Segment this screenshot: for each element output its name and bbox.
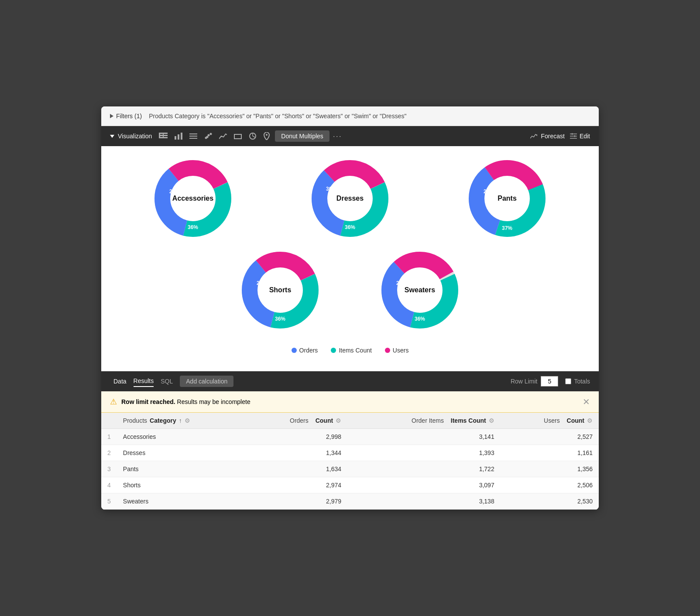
legend-orders-dot: [292, 348, 297, 353]
legend-orders-label: Orders: [299, 347, 318, 354]
row-users: 1,161: [501, 445, 599, 461]
svg-text:36%: 36%: [345, 224, 355, 230]
row-num: 3: [101, 461, 117, 477]
svg-text:35%: 35%: [200, 188, 210, 195]
viz-toolbar: Visualization: [101, 126, 599, 146]
users-gear-icon[interactable]: ⚙: [587, 417, 593, 424]
add-calculation-button[interactable]: Add calculation: [180, 376, 233, 387]
main-card: Filters (1) Products Category is "Access…: [101, 106, 599, 510]
viz-chevron-icon: [110, 135, 114, 138]
row-limit-input[interactable]: [541, 376, 558, 387]
row-items: 3,141: [347, 429, 501, 445]
data-toggle[interactable]: Data: [110, 378, 127, 385]
th-products-pre: Products: [123, 417, 147, 424]
data-toolbar: Data Results SQL Add calculation Row Lim…: [101, 371, 599, 391]
svg-text:36%: 36%: [275, 316, 285, 322]
viz-label: Visualization: [118, 133, 152, 140]
warning-bar: ⚠ Row limit reached. Results may be inco…: [101, 391, 599, 413]
row-limit-section: Row Limit: [511, 376, 558, 387]
data-table-wrapper: Products Category ↑ ⚙ Orders Count ⚙: [101, 413, 599, 510]
legend-users-label: Users: [393, 347, 409, 354]
svg-rect-4: [163, 133, 164, 138]
row-category: Dresses: [117, 445, 245, 461]
sort-icon[interactable]: ↑: [179, 417, 182, 424]
filter-text: Products Category is "Accessories" or "P…: [149, 113, 406, 120]
table-row: 1 Accessories 2,998 3,141 2,527: [101, 429, 599, 445]
donut-sweaters: 34% 36% 29% Sweaters: [376, 246, 463, 334]
table-header-orders: Orders Count ⚙: [245, 413, 347, 429]
row-items: 3,097: [347, 477, 501, 493]
svg-rect-8: [189, 133, 197, 134]
donut-accessories: 35% 36% 29% Accessories: [119, 155, 267, 242]
filter-toggle[interactable]: Filters (1): [110, 113, 142, 120]
line-chart-icon-button[interactable]: [217, 131, 229, 141]
chart-area: 35% 36% 29% Accessories 34%: [101, 146, 599, 371]
edit-button[interactable]: Edit: [570, 133, 590, 140]
scatter-icon-button[interactable]: [202, 131, 214, 141]
lines-icon-button[interactable]: [188, 131, 199, 141]
legend-orders: Orders: [292, 347, 318, 354]
warning-content: ⚠ Row limit reached. Results may be inco…: [110, 397, 250, 407]
totals-checkbox[interactable]: [565, 378, 571, 384]
row-orders: 2,974: [245, 477, 347, 493]
active-viz-label: Donut Multiples: [275, 130, 329, 142]
items-gear-icon[interactable]: ⚙: [489, 417, 494, 424]
more-options-icon[interactable]: ···: [333, 132, 342, 141]
row-category: Pants: [117, 461, 245, 477]
svg-text:35%: 35%: [514, 188, 525, 195]
filter-toggle-label: Filters (1): [116, 113, 142, 120]
table-row: 3 Pants 1,634 1,722 1,356: [101, 461, 599, 477]
svg-point-27: [171, 176, 215, 221]
table-header-items: Order Items Items Count ⚙: [347, 413, 501, 429]
category-gear-icon[interactable]: ⚙: [185, 417, 190, 424]
th-orders-pre: Orders: [290, 417, 309, 424]
table-header-category: Products Category ↑ ⚙: [117, 413, 245, 429]
row-users: 1,356: [501, 461, 599, 477]
row-category: Sweaters: [117, 493, 245, 510]
th-orders-bold: Count: [316, 417, 333, 424]
orders-gear-icon[interactable]: ⚙: [336, 417, 341, 424]
table-header-users: Users Count ⚙: [501, 413, 599, 429]
bar-chart-icon-button[interactable]: [173, 131, 184, 141]
svg-text:34%: 34%: [427, 280, 437, 286]
row-users: 2,527: [501, 429, 599, 445]
svg-rect-10: [189, 138, 197, 139]
row-items: 1,722: [347, 461, 501, 477]
svg-rect-5: [175, 136, 176, 140]
pie-icon-button[interactable]: [247, 131, 258, 141]
row-num: 4: [101, 477, 117, 493]
area-chart-icon-button[interactable]: [232, 131, 244, 141]
row-category: Shorts: [117, 477, 245, 493]
row-users: 2,530: [501, 493, 599, 510]
warning-bold: Row limit reached.: [121, 398, 175, 405]
chart-legend: Orders Items Count Users: [119, 342, 581, 363]
legend-users: Users: [385, 347, 409, 354]
row-orders: 2,979: [245, 493, 347, 510]
viz-toggle[interactable]: Visualization: [110, 133, 152, 140]
row-orders: 2,998: [245, 429, 347, 445]
warning-icon: ⚠: [110, 397, 117, 407]
row-orders: 1,344: [245, 445, 347, 461]
svg-text:35%: 35%: [287, 280, 298, 286]
donut-pants: 35% 37% 29% Pants: [433, 155, 581, 242]
forecast-button[interactable]: Forecast: [530, 133, 564, 140]
table-icon-button[interactable]: [157, 131, 169, 141]
warning-message: Row limit reached. Results may be incomp…: [121, 398, 250, 405]
row-items: 1,393: [347, 445, 501, 461]
svg-text:36%: 36%: [188, 224, 198, 230]
svg-rect-6: [178, 134, 179, 140]
filter-triangle-icon: [110, 114, 113, 118]
warning-close-button[interactable]: ✕: [583, 397, 590, 407]
viz-icons: Donut Multiples ···: [157, 130, 525, 142]
svg-point-43: [485, 176, 529, 221]
results-tab[interactable]: Results: [134, 376, 154, 387]
donut-grid-top: 35% 36% 29% Accessories 34%: [119, 155, 581, 242]
forecast-label: Forecast: [541, 133, 564, 140]
svg-rect-15: [234, 134, 241, 139]
data-table: Products Category ↑ ⚙ Orders Count ⚙: [101, 413, 599, 510]
map-icon-button[interactable]: [262, 130, 271, 142]
svg-text:34%: 34%: [358, 187, 368, 193]
th-items-bold: Items Count: [451, 417, 486, 424]
svg-text:37%: 37%: [502, 225, 512, 231]
sql-tab[interactable]: SQL: [161, 378, 173, 385]
